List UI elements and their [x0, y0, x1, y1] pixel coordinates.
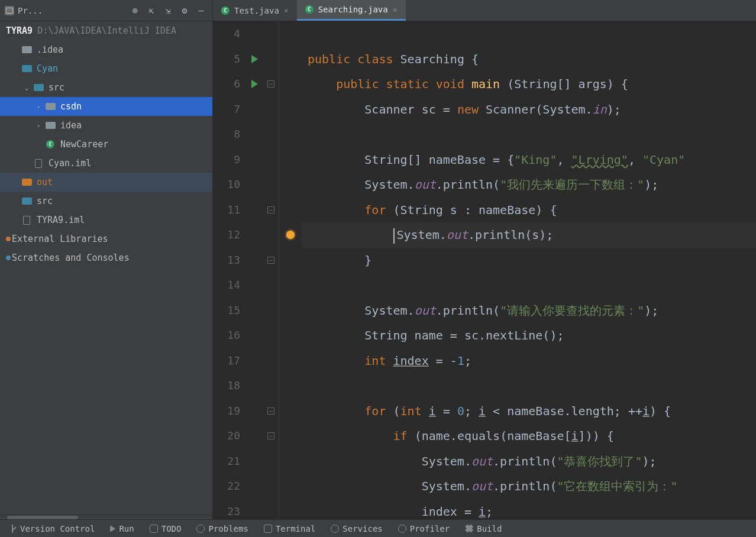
bottom-toolbar: Version Control Run TODO Problems Termin… — [0, 519, 756, 537]
close-icon[interactable]: × — [284, 6, 289, 15]
services-icon — [331, 525, 339, 533]
project-sidebar: Pr... ⊕ ⇱ ⇲ ⚙ — TYRA9 D:\JAVA\IDEA\Intel… — [0, 0, 213, 519]
sidebar-scrollbar[interactable] — [0, 515, 212, 519]
problems-button[interactable]: Problems — [196, 524, 248, 533]
sidebar-header: Pr... ⊕ ⇱ ⇲ ⚙ — — [0, 0, 212, 21]
locate-icon[interactable]: ⊕ — [128, 4, 141, 17]
fold-icon[interactable] — [267, 80, 274, 88]
warning-icon — [196, 525, 205, 533]
intention-bulb-icon[interactable] — [286, 231, 295, 239]
tree-item-newcareer[interactable]: NewCareer — [0, 135, 212, 154]
project-name: TYRA9 — [6, 25, 33, 36]
todo-button[interactable]: TODO — [150, 524, 182, 533]
profiler-button[interactable]: Profiler — [398, 524, 450, 533]
tree-item-idea-pkg[interactable]: ›idea — [0, 116, 212, 135]
editor-tabs: Test.java × Searching.java × — [213, 0, 756, 21]
run-line-icon[interactable] — [251, 55, 258, 63]
editor-area: Test.java × Searching.java × 45678910111… — [213, 0, 756, 519]
project-path-row: TYRA9 D:\JAVA\IDEA\IntelliJ IDEA — [0, 21, 212, 40]
wrench-icon — [465, 525, 473, 533]
project-path: D:\JAVA\IDEA\IntelliJ IDEA — [37, 25, 176, 36]
tree-item-out[interactable]: out — [0, 173, 212, 192]
branch-icon — [8, 525, 17, 533]
fold-icon[interactable] — [267, 432, 274, 439]
collapse-all-icon[interactable]: ⇲ — [161, 4, 175, 17]
line-number-gutter: 4567891011121314151617181920212223 — [213, 21, 246, 519]
tab-searching-java[interactable]: Searching.java × — [297, 0, 406, 21]
services-button[interactable]: Services — [331, 524, 382, 533]
tree-item-idea-folder[interactable]: .idea — [0, 40, 212, 59]
tree-item-cyan-iml[interactable]: Cyan.iml — [0, 154, 212, 173]
tree-item-cyan[interactable]: Cyan — [0, 59, 212, 78]
fold-icon[interactable] — [267, 407, 274, 415]
run-gutter — [246, 21, 263, 519]
expand-all-icon[interactable]: ⇱ — [145, 4, 158, 17]
project-icon — [5, 6, 14, 15]
tree-item-scratches[interactable]: Scratches and Consoles — [0, 248, 212, 267]
list-icon — [150, 525, 158, 533]
run-button[interactable]: Run — [110, 524, 134, 533]
tree-item-src2[interactable]: src — [0, 192, 212, 211]
project-tree: .idea Cyan ⌄src ›csdn ›idea NewCareer Cy… — [0, 40, 212, 515]
tree-item-external-libraries[interactable]: External Libraries — [0, 229, 212, 248]
project-tool-label[interactable]: Pr... — [18, 6, 43, 15]
editor-body[interactable]: 4567891011121314151617181920212223 publi… — [213, 21, 756, 519]
tree-item-src[interactable]: ⌄src — [0, 78, 212, 97]
play-icon — [110, 525, 115, 532]
profiler-icon — [398, 525, 406, 533]
java-file-icon — [305, 5, 314, 14]
vcs-button[interactable]: Version Control — [8, 524, 95, 533]
tree-item-tyra-iml[interactable]: TYRA9.iml — [0, 211, 212, 229]
settings-icon[interactable]: ⚙ — [178, 4, 191, 17]
run-line-icon[interactable] — [251, 80, 258, 88]
minimize-icon[interactable]: — — [195, 4, 208, 17]
fold-icon[interactable] — [267, 257, 274, 264]
terminal-button[interactable]: Terminal — [264, 524, 315, 533]
close-icon[interactable]: × — [393, 5, 398, 14]
fold-gutter — [263, 21, 279, 519]
terminal-icon — [264, 525, 272, 533]
java-file-icon — [221, 7, 230, 15]
tab-test-java[interactable]: Test.java × — [213, 0, 297, 21]
tree-item-csdn[interactable]: ›csdn — [0, 97, 212, 116]
build-button[interactable]: Build — [465, 524, 502, 533]
fold-icon[interactable] — [267, 206, 274, 213]
code-content[interactable]: public class Searching { public static v… — [302, 21, 756, 519]
bulb-gutter — [279, 21, 302, 519]
